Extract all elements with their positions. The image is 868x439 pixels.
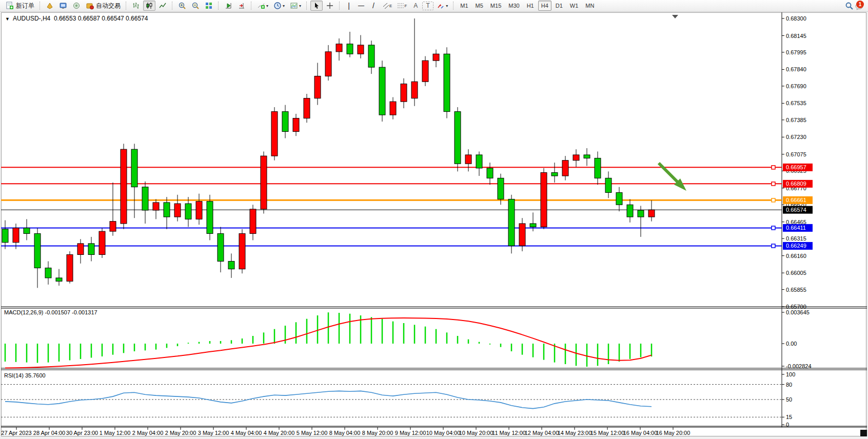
price-tick-label: 0.67690 [786, 83, 806, 89]
signals-button[interactable] [70, 1, 83, 11]
price-tick-label: 0.66160 [786, 253, 806, 259]
indicators-button[interactable]: ▾ [255, 1, 270, 11]
time-axis-label: 9 May 12:00 [395, 430, 426, 436]
candlestick [239, 233, 245, 269]
trend-arrow-annotation[interactable] [659, 163, 679, 184]
candlestick [648, 210, 655, 217]
macd-axis-label: 0.00 [786, 341, 797, 347]
level-line-marker[interactable] [772, 226, 775, 230]
chart-shift-marker[interactable] [672, 15, 678, 18]
timeframe-mn[interactable]: MN [582, 1, 597, 11]
candlestick [433, 54, 439, 61]
time-axis-label: 28 Apr 04:00 [33, 430, 65, 436]
rsi-axis-label: 15 [786, 414, 792, 420]
timeframe-d1[interactable]: D1 [553, 1, 566, 11]
level-line-marker[interactable] [772, 198, 775, 202]
timeframe-h1[interactable]: H1 [524, 1, 537, 11]
toolbar-separator [218, 2, 219, 10]
toolbar-separator [251, 2, 252, 10]
candlestick [541, 173, 547, 227]
vertical-line-icon: | [348, 2, 350, 10]
auto-scroll-button[interactable] [222, 1, 234, 11]
text-tool[interactable]: A [410, 1, 421, 11]
time-axis-label: 8 May 20:00 [362, 430, 393, 436]
level-line-marker[interactable] [772, 182, 775, 186]
candlestick [110, 222, 116, 231]
strategy-tester-button[interactable] [57, 1, 69, 11]
candlestick [293, 118, 299, 132]
fibonacci-tool[interactable]: F [395, 1, 409, 11]
timeframe-h4[interactable]: H4 [538, 1, 551, 11]
vertical-line-tool[interactable]: | [343, 1, 354, 11]
horizontal-line-icon: — [358, 2, 364, 9]
search-icon[interactable] [845, 2, 854, 10]
candlestick [336, 44, 342, 52]
time-axis-label: 1 May 12:00 [100, 430, 131, 436]
timeframe-m15[interactable]: M15 [487, 1, 504, 11]
crosshair-tool-button[interactable] [324, 1, 336, 11]
cursor-icon [312, 2, 321, 10]
equidistant-channel-tool[interactable]: E [380, 1, 394, 11]
time-axis-label: 12 May 04:00 [525, 430, 559, 436]
timeframe-m5[interactable]: M5 [472, 1, 486, 11]
candlestick [314, 76, 321, 98]
templates-icon [290, 2, 298, 10]
candlestick [131, 149, 137, 187]
arrows-tool[interactable]: ▾ [435, 1, 450, 11]
zoom-in-icon [178, 2, 186, 10]
candlestick [422, 61, 428, 82]
time-axis-label: 5 May 12:00 [297, 430, 328, 436]
toolbar-separator [126, 2, 127, 10]
time-axis-label: 3 May 12:00 [198, 430, 229, 436]
cursor-tool-button[interactable] [310, 1, 323, 11]
candlestick [605, 178, 611, 192]
time-axis-label: 16 May 20:00 [656, 430, 691, 436]
timeframe-group: M1M5M15M30H1H4D1W1MN [457, 1, 598, 11]
arrows-icon [437, 2, 445, 9]
fibonacci-letter: F [404, 4, 407, 8]
auto-trading-button[interactable]: 自动交易 [84, 1, 123, 11]
line-chart-button[interactable] [156, 1, 169, 11]
chevron-down-icon: ▾ [266, 4, 268, 8]
level-line-marker[interactable] [772, 244, 775, 248]
time-axis-label: 27 Apr 2023 [1, 430, 31, 436]
timeframe-w1[interactable]: W1 [567, 1, 582, 11]
periods-button[interactable]: ▾ [271, 1, 287, 11]
price-tick-label: 0.67840 [786, 66, 806, 72]
price-tick-label: 0.68145 [786, 33, 806, 39]
timeframe-m1[interactable]: M1 [457, 1, 471, 11]
zoom-in-button[interactable] [176, 1, 188, 11]
tile-windows-button[interactable] [203, 1, 215, 11]
window-resize-grip[interactable] [860, 430, 867, 436]
horizontal-line-tool[interactable]: — [356, 1, 367, 11]
time-axis-label: 10 May 20:00 [459, 430, 494, 436]
candlestick [142, 187, 148, 210]
price-tick-label: 0.65855 [786, 287, 806, 293]
candlestick [444, 54, 450, 111]
auto-trading-label: 自动交易 [96, 2, 121, 10]
new-order-button[interactable]: 新订单 [4, 1, 36, 11]
candlestick [379, 67, 385, 115]
time-axis-label: 8 May 04:00 [329, 430, 361, 436]
metaeditor-button[interactable] [44, 1, 56, 11]
chart-shift-button[interactable] [235, 1, 248, 11]
candlestick [34, 233, 41, 268]
toolbar-separator [40, 2, 41, 10]
candlestick-chart-button[interactable] [143, 1, 155, 11]
notification-badge[interactable]: 1 [856, 1, 864, 8]
candlestick [228, 261, 234, 269]
trendline-icon: / [372, 2, 374, 10]
text-label-tool[interactable]: T [422, 2, 433, 10]
templates-button[interactable]: ▾ [288, 1, 303, 11]
level-line-marker[interactable] [772, 166, 775, 169]
fibonacci-icon [397, 2, 404, 9]
timeframe-m30[interactable]: M30 [505, 1, 522, 11]
level-price-label: 0.66574 [786, 207, 806, 213]
time-axis-label: 11 May 12:00 [492, 430, 526, 436]
candlestick [185, 204, 191, 219]
collapse-chart-icon[interactable]: ▼ [5, 16, 10, 22]
trendline-tool[interactable]: / [368, 1, 379, 11]
zoom-out-button[interactable] [189, 1, 202, 11]
bar-chart-button[interactable] [130, 1, 142, 11]
candlestick [99, 231, 105, 254]
